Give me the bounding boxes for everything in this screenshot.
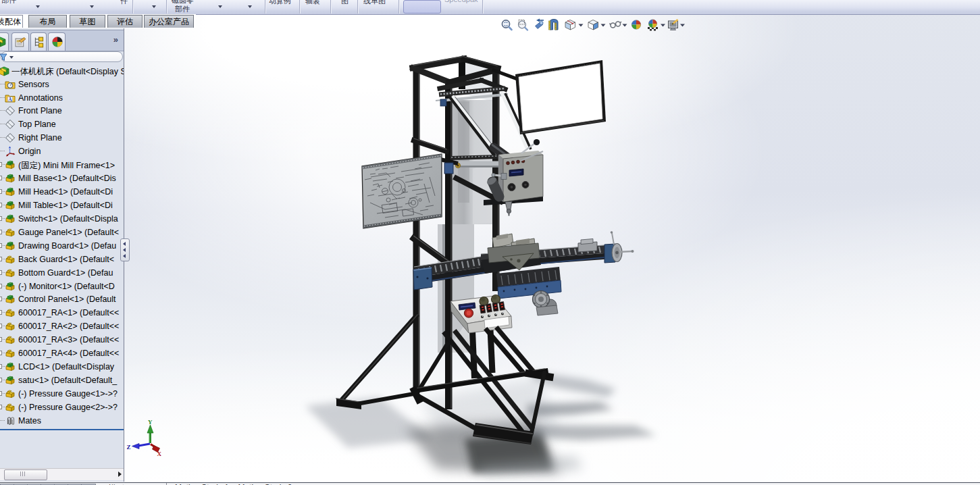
svg-text:Y: Y — [148, 419, 153, 426]
svg-text:Z: Z — [127, 444, 131, 451]
svg-text:X: X — [157, 451, 162, 457]
